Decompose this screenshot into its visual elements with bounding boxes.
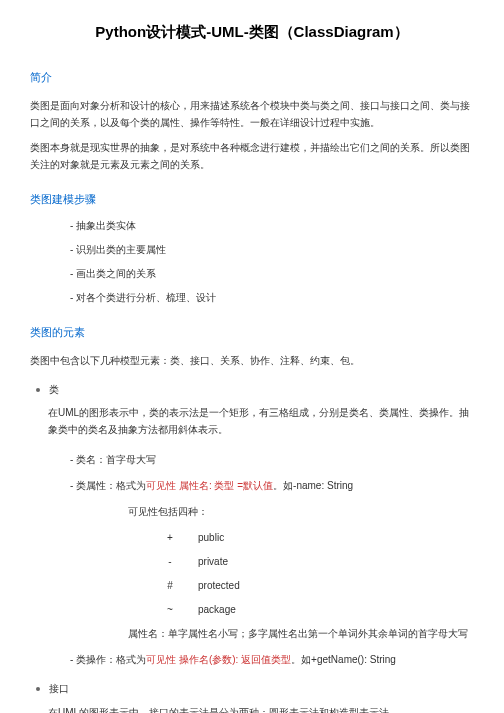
vis-protected: #protected	[160, 578, 474, 594]
vis-sym: #	[160, 578, 180, 594]
intro-p2: 类图本身就是现实世界的抽象，是对系统中各种概念进行建模，并描绘出它们之间的关系。…	[30, 139, 474, 173]
bullet-icon	[36, 388, 40, 392]
class-bullet-label: 类	[49, 384, 59, 395]
attr-suffix: 。如-name: String	[273, 480, 353, 491]
iface-p1: 在UML的图形表示中，接口的表示法是分为两种：圆形表示法和构造型表示法。	[48, 704, 474, 713]
vis-name: private	[198, 556, 228, 567]
vis-intro: 可见性包括四种：	[128, 504, 474, 520]
class-attr-item: - 类属性：格式为可见性 属性名: 类型 =默认值。如-name: String	[70, 478, 474, 494]
vis-private: -private	[160, 554, 474, 570]
visibility-list: +public -private #protected ~package	[160, 530, 474, 618]
class-sub-list: - 类名：首字母大写 - 类属性：格式为可见性 属性名: 类型 =默认值。如-n…	[70, 452, 474, 668]
vis-name: package	[198, 604, 236, 615]
intro-p1: 类图是面向对象分析和设计的核心，用来描述系统各个模块中类与类之间、接口与接口之间…	[30, 97, 474, 131]
iface-bullet-label: 接口	[49, 683, 69, 694]
intro-heading: 简介	[30, 69, 474, 87]
iface-bullet-row: 接口	[30, 680, 474, 698]
op-format-red: 可见性 操作名(参数): 返回值类型	[146, 654, 291, 665]
step-item: 画出类之间的关系	[70, 266, 474, 282]
op-prefix: - 类操作：格式为	[70, 654, 146, 665]
attr-prefix: - 类属性：格式为	[70, 480, 146, 491]
step-item: 抽象出类实体	[70, 218, 474, 234]
step-item: 对各个类进行分析、梳理、设计	[70, 290, 474, 306]
class-name-item: - 类名：首字母大写	[70, 452, 474, 468]
vis-name: protected	[198, 580, 240, 591]
class-p1: 在UML的图形表示中，类的表示法是一个矩形，有三格组成，分别是类名、类属性、类操…	[48, 404, 474, 438]
bullet-icon	[36, 687, 40, 691]
attr-name-rule: 属性名：单字属性名小写；多字属性名出第一个单词外其余单词的首字母大写	[128, 626, 474, 642]
vis-name: public	[198, 532, 224, 543]
steps-heading: 类图建模步骤	[30, 191, 474, 209]
vis-sym: ~	[160, 602, 180, 618]
class-bullet-row: 类	[30, 381, 474, 399]
class-op-item: - 类操作：格式为可见性 操作名(参数): 返回值类型。如+getName():…	[70, 652, 474, 668]
vis-package: ~package	[160, 602, 474, 618]
attr-format-red: 可见性 属性名: 类型 =默认值	[146, 480, 273, 491]
op-suffix: 。如+getName(): String	[291, 654, 396, 665]
vis-public: +public	[160, 530, 474, 546]
page-title: Python设计模式-UML-类图（ClassDiagram）	[30, 20, 474, 44]
vis-sym: -	[160, 554, 180, 570]
steps-list: 抽象出类实体 识别出类的主要属性 画出类之间的关系 对各个类进行分析、梳理、设计	[70, 218, 474, 306]
vis-sym: +	[160, 530, 180, 546]
step-item: 识别出类的主要属性	[70, 242, 474, 258]
elements-p1: 类图中包含以下几种模型元素：类、接口、关系、协作、注释、约束、包。	[30, 352, 474, 369]
elements-heading: 类图的元素	[30, 324, 474, 342]
